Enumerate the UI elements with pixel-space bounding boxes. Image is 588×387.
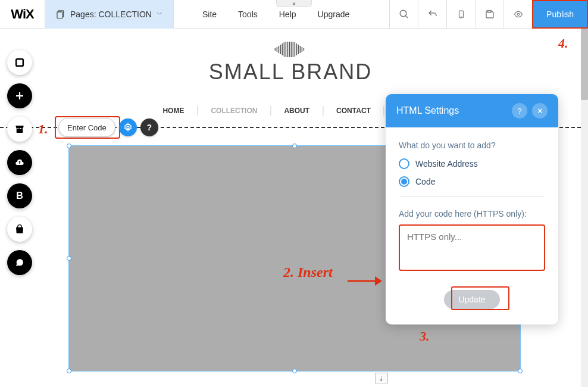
save-icon: [485, 10, 495, 19]
save-button[interactable]: [475, 0, 503, 29]
annotation-1: 1.: [38, 121, 48, 137]
rail-store[interactable]: [7, 117, 32, 142]
svg-line-3: [405, 15, 408, 18]
menu-site[interactable]: Site: [192, 10, 227, 19]
rail-chat[interactable]: [7, 250, 32, 275]
annotation-2: 2. Insert: [283, 264, 333, 280]
resize-handle[interactable]: [292, 143, 297, 148]
code-textarea[interactable]: [399, 224, 545, 271]
download-icon-button[interactable]: ⭳: [375, 373, 388, 383]
panel-question: What do you want to add?: [399, 141, 545, 150]
scroll-thumb[interactable]: [581, 29, 588, 100]
nav-contact[interactable]: CONTACT: [323, 107, 384, 115]
radio-code[interactable]: Code: [399, 176, 545, 187]
svg-point-29: [127, 126, 129, 129]
svg-rect-20: [289, 42, 290, 57]
resize-handle[interactable]: [67, 369, 71, 373]
help-button[interactable]: ?: [140, 118, 158, 136]
resize-handle[interactable]: [518, 369, 523, 373]
publish-button[interactable]: Publish: [532, 0, 588, 29]
svg-rect-15: [280, 45, 282, 54]
mobile-button[interactable]: [446, 0, 475, 29]
mobile-icon: [457, 9, 465, 20]
plus-icon: [14, 90, 25, 101]
element-toolbar: Enter Code ?: [58, 118, 158, 137]
rail-background[interactable]: [7, 50, 32, 75]
chat-icon: [14, 258, 25, 267]
html-settings-panel: HTML Settings ? ✕ What do you want to ad…: [386, 94, 558, 324]
rail-add[interactable]: [7, 83, 32, 108]
svg-rect-14: [279, 46, 280, 53]
code-field-label: Add your code here (HTTPS only):: [399, 209, 545, 219]
annotation-4: 4.: [558, 36, 568, 51]
b-icon: B: [16, 191, 23, 201]
svg-rect-21: [291, 42, 292, 57]
pages-icon: [56, 10, 65, 19]
svg-rect-25: [298, 45, 299, 54]
svg-point-2: [400, 10, 406, 17]
nav-collection[interactable]: COLLECTION: [198, 107, 270, 115]
settings-button[interactable]: [119, 118, 137, 136]
top-arrow-tab[interactable]: ▲: [276, 0, 312, 7]
radio-website-address[interactable]: Website Address: [399, 158, 545, 169]
svg-rect-26: [300, 46, 301, 53]
radio-icon: [399, 158, 409, 169]
wix-logo: WiX: [0, 0, 45, 29]
brand-title: SMALL BRAND: [209, 60, 373, 85]
nav-about[interactable]: ABOUT: [271, 107, 323, 115]
pages-label: Pages: COLLECTION: [70, 10, 152, 19]
panel-header: HTML Settings ? ✕: [386, 94, 558, 127]
store-icon: [14, 124, 26, 135]
bag-icon: [15, 224, 24, 235]
stop-icon: [14, 57, 26, 68]
svg-rect-27: [302, 47, 303, 52]
svg-rect-18: [286, 42, 287, 57]
svg-rect-6: [487, 11, 490, 13]
undo-button[interactable]: [418, 0, 446, 29]
svg-rect-13: [277, 47, 278, 52]
undo-icon: [427, 9, 438, 20]
rail-shop[interactable]: [7, 217, 32, 242]
arrow-icon: [346, 274, 382, 288]
resize-handle[interactable]: [292, 369, 297, 373]
search-button[interactable]: [389, 0, 418, 29]
svg-rect-11: [17, 129, 23, 133]
enter-code-button[interactable]: Enter Code: [58, 118, 115, 137]
svg-rect-22: [293, 42, 294, 57]
radio-icon: [399, 176, 409, 187]
resize-handle[interactable]: [67, 256, 71, 261]
panel-help-button[interactable]: ?: [512, 103, 527, 118]
svg-rect-16: [282, 43, 283, 55]
rail-upload[interactable]: [7, 150, 32, 175]
panel-close-button[interactable]: ✕: [532, 103, 548, 118]
gear-icon: [123, 123, 133, 132]
resize-handle[interactable]: [67, 143, 71, 148]
svg-rect-1: [57, 12, 62, 18]
radio-label: Code: [415, 177, 435, 186]
cloud-upload-icon: [14, 158, 26, 167]
menu-tools[interactable]: Tools: [227, 10, 268, 19]
annotation-3: 3.: [420, 329, 430, 344]
menu-upgrade[interactable]: Upgrade: [307, 10, 361, 19]
pages-dropdown[interactable]: Pages: COLLECTION ﹀: [45, 0, 174, 29]
preview-button[interactable]: [503, 0, 532, 29]
annotation-box-3: [451, 286, 509, 310]
radio-label: Website Address: [415, 159, 478, 168]
nav-home[interactable]: HOME: [149, 107, 197, 115]
panel-body: What do you want to add? Website Address…: [386, 127, 558, 324]
side-rail: B: [7, 50, 32, 275]
svg-marker-31: [375, 276, 382, 286]
search-icon: [399, 9, 409, 20]
vertical-scrollbar[interactable]: [581, 29, 588, 387]
menu-help[interactable]: Help: [268, 10, 307, 19]
svg-rect-24: [296, 43, 298, 55]
svg-rect-17: [284, 42, 285, 57]
svg-point-7: [517, 13, 520, 15]
site-brand: SMALL BRAND: [209, 42, 373, 85]
svg-rect-23: [295, 42, 296, 57]
rail-blog[interactable]: B: [7, 183, 32, 208]
chevron-down-icon: ﹀: [157, 10, 162, 18]
svg-rect-28: [304, 48, 305, 51]
panel-title: HTML Settings: [396, 105, 459, 116]
svg-rect-8: [16, 59, 23, 66]
